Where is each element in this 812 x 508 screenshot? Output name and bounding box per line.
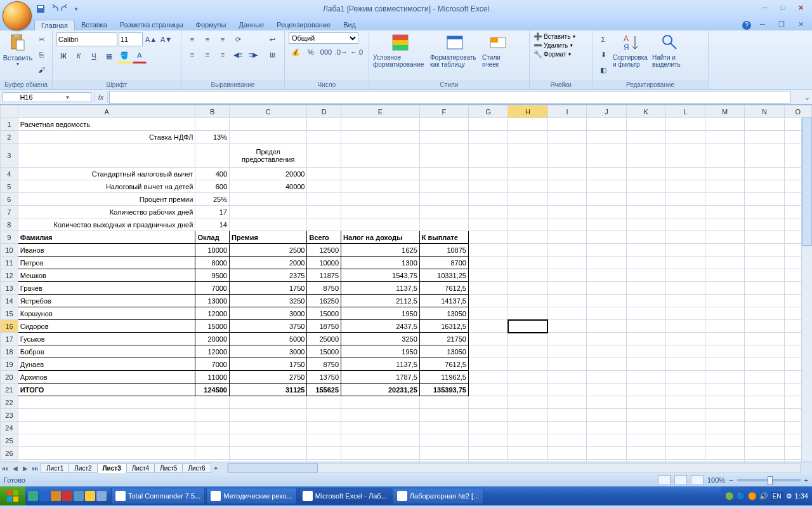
cell-B17[interactable]: 20000: [195, 333, 230, 345]
row-header-21[interactable]: 21: [1, 384, 18, 396]
cell-L13[interactable]: [665, 282, 705, 295]
cell-E4[interactable]: [341, 168, 420, 180]
cell-N27[interactable]: [745, 460, 784, 462]
row-header-24[interactable]: 24: [1, 422, 18, 434]
clock[interactable]: 1:34: [795, 492, 808, 500]
row-header-9[interactable]: 9: [1, 231, 18, 244]
cell-H9[interactable]: [508, 231, 547, 244]
cell-E9[interactable]: Налог на доходы: [341, 231, 420, 244]
cell-M22[interactable]: [705, 396, 745, 409]
cell-B10[interactable]: 10000: [195, 244, 230, 257]
cell-G23[interactable]: [468, 409, 508, 422]
copy-icon[interactable]: ⎘: [34, 48, 48, 62]
percent-icon[interactable]: %: [304, 45, 318, 59]
cell-F16[interactable]: 16312,5: [419, 320, 468, 333]
cell-H16[interactable]: [508, 320, 547, 333]
border-icon[interactable]: ▦: [102, 49, 116, 63]
clear-icon[interactable]: ◧: [596, 63, 610, 77]
tray-icon[interactable]: 🟠: [748, 492, 757, 500]
cell-B15[interactable]: 12000: [195, 307, 230, 320]
cell-E1[interactable]: [341, 118, 420, 131]
cell-J9[interactable]: [587, 231, 626, 244]
row-header-20[interactable]: 20: [1, 371, 18, 384]
cell-L1[interactable]: [665, 118, 705, 131]
row-header-22[interactable]: 22: [1, 396, 18, 409]
cell-J17[interactable]: [587, 333, 626, 345]
cell-K26[interactable]: [626, 447, 665, 460]
cell-A23[interactable]: [18, 409, 195, 422]
align-middle-icon[interactable]: ≡: [200, 32, 214, 46]
cell-J27[interactable]: [587, 460, 626, 462]
cell-M16[interactable]: [705, 320, 745, 333]
cell-A7[interactable]: Количество рабочих дней: [18, 206, 195, 218]
tab-рецензирование[interactable]: Рецензирование: [270, 20, 337, 30]
cell-A26[interactable]: [18, 447, 195, 460]
cell-G3[interactable]: [468, 144, 508, 168]
cell-L16[interactable]: [665, 320, 705, 333]
cell-D22[interactable]: [307, 396, 341, 409]
cell-D21[interactable]: 155625: [307, 384, 341, 396]
cell-A18[interactable]: Бобров: [18, 345, 195, 358]
col-header-H[interactable]: H: [508, 105, 547, 118]
cell-B4[interactable]: 400: [195, 168, 230, 180]
underline-button[interactable]: Ч: [87, 49, 101, 63]
taskbar-item[interactable]: Microsoft Excel - Лаб...: [298, 488, 391, 504]
tab-вид[interactable]: Вид: [337, 20, 362, 30]
cell-G9[interactable]: [468, 231, 508, 244]
col-header-E[interactable]: E: [341, 105, 420, 118]
cell-D25[interactable]: [307, 434, 341, 447]
col-header-O[interactable]: O: [784, 105, 811, 118]
cell-H15[interactable]: [508, 307, 547, 320]
row-header-11[interactable]: 11: [1, 257, 18, 269]
merge-icon[interactable]: ⊞: [263, 48, 282, 62]
cell-I3[interactable]: [547, 144, 587, 168]
cell-E23[interactable]: [341, 409, 420, 422]
taskbar-item[interactable]: Методические реко...: [206, 488, 296, 504]
quick-launch-icon[interactable]: [39, 491, 49, 501]
decrease-indent-icon[interactable]: ◀≡: [231, 48, 245, 62]
cell-H6[interactable]: [508, 193, 547, 206]
row-header-25[interactable]: 25: [1, 434, 18, 447]
vertical-scrollbar[interactable]: [801, 117, 812, 462]
cell-J18[interactable]: [587, 345, 626, 358]
cell-I2[interactable]: [547, 131, 587, 144]
font-color-icon[interactable]: A: [133, 48, 147, 64]
cell-K13[interactable]: [626, 282, 665, 295]
cell-J13[interactable]: [587, 282, 626, 295]
language-indicator[interactable]: EN: [771, 492, 783, 500]
cell-M8[interactable]: [705, 218, 745, 231]
cell-G20[interactable]: [468, 371, 508, 384]
decrease-decimal-icon[interactable]: ←.0: [350, 45, 363, 59]
cell-N14[interactable]: [745, 295, 784, 307]
cell-C9[interactable]: Премия: [230, 231, 307, 244]
cell-A21[interactable]: ИТОГО: [18, 384, 195, 396]
cell-G25[interactable]: [468, 434, 508, 447]
cell-E11[interactable]: 1300: [341, 257, 420, 269]
cell-M27[interactable]: [705, 460, 745, 462]
cell-D17[interactable]: 25000: [307, 333, 341, 345]
cell-B26[interactable]: [195, 447, 230, 460]
cell-L14[interactable]: [665, 295, 705, 307]
cell-G15[interactable]: [468, 307, 508, 320]
cell-C20[interactable]: 2750: [230, 371, 307, 384]
cell-F3[interactable]: [419, 144, 468, 168]
cell-J16[interactable]: [587, 320, 626, 333]
taskbar-item[interactable]: Total Commander 7.5...: [111, 488, 205, 504]
cell-F22[interactable]: [419, 396, 468, 409]
cell-N18[interactable]: [745, 345, 784, 358]
cell-I26[interactable]: [547, 447, 587, 460]
cell-K1[interactable]: [626, 118, 665, 131]
cell-H26[interactable]: [508, 447, 547, 460]
orientation-icon[interactable]: ⟳: [231, 32, 245, 46]
cell-C24[interactable]: [230, 422, 307, 434]
cell-I19[interactable]: [547, 358, 587, 371]
decrease-font-icon[interactable]: A▼: [159, 32, 173, 46]
zoom-level[interactable]: 100%: [707, 476, 725, 484]
row-header-10[interactable]: 10: [1, 244, 18, 257]
sheet-tab-Лист6[interactable]: Лист6: [182, 464, 211, 473]
cell-J8[interactable]: [587, 218, 626, 231]
wrap-text-icon[interactable]: ↩: [263, 32, 282, 46]
cell-E2[interactable]: [341, 131, 420, 144]
cell-J2[interactable]: [587, 131, 626, 144]
cell-K7[interactable]: [626, 206, 665, 218]
